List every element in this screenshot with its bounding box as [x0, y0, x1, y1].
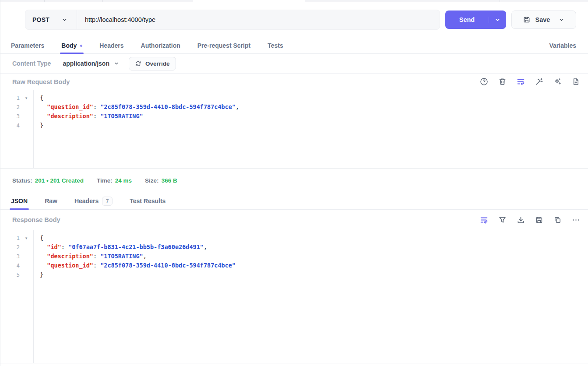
code-line: {: [40, 93, 588, 102]
response-body-title: Response Body: [12, 216, 60, 223]
tab-headers[interactable]: Headers: [98, 38, 125, 53]
tab-strip-left: [0, 0, 193, 2]
tab-strip-active: [193, 0, 305, 2]
chevron-down-icon: [61, 17, 68, 23]
gutter-line: 3: [0, 112, 33, 121]
code-line: "question_id": "2c85f078-359d-4410-8bdc-…: [40, 261, 588, 270]
method-dropdown[interactable]: POST: [25, 10, 77, 29]
response-editor[interactable]: 1▾2345 { "id": "0f67aa7f-b831-4c21-bb5b-…: [0, 230, 588, 363]
tab-strip-right: [305, 0, 588, 2]
line-number: 3: [0, 253, 20, 260]
request-editor[interactable]: 1▾234 { "question_id": "2c85f078-359d-44…: [0, 90, 588, 169]
tab-label: Pre-request Script: [197, 42, 250, 49]
tab-pre-request-script[interactable]: Pre-request Script: [196, 38, 252, 53]
prettify-wand-icon[interactable]: [535, 77, 543, 86]
tab-body[interactable]: Body: [60, 38, 84, 53]
tab-json[interactable]: JSON: [10, 193, 29, 209]
tab-raw[interactable]: Raw: [43, 193, 59, 209]
method-label: POST: [32, 16, 49, 23]
request-body-toolbar: [480, 77, 580, 86]
code-line: "description": "1TO5RATING",: [40, 252, 588, 261]
spacer: [299, 38, 549, 53]
size-label: Size:: [145, 177, 159, 184]
response-editor-code[interactable]: { "id": "0f67aa7f-b831-4c21-bb5b-f3a60e2…: [34, 230, 588, 363]
response-editor-gutter: 1▾2345: [0, 230, 34, 363]
tab-authorization[interactable]: Authorization: [140, 38, 182, 53]
copy-icon[interactable]: [553, 216, 562, 224]
line-number: 3: [0, 113, 20, 120]
gutter-line: 4: [0, 121, 33, 130]
request-body-title: Raw Request Body: [12, 78, 70, 85]
tab-label: Authorization: [141, 42, 180, 49]
wrap-text-icon[interactable]: [480, 216, 488, 224]
content-type-label: Content Type: [12, 60, 51, 67]
filter-icon[interactable]: [498, 216, 507, 224]
line-number: 5: [0, 271, 20, 278]
headers-count-badge: 7: [102, 197, 113, 206]
content-type-value: application/json: [63, 60, 109, 67]
browser-tab-strip: [0, 0, 588, 2]
line-number: 2: [0, 244, 20, 250]
tab-tests[interactable]: Tests: [266, 38, 285, 53]
request-tabs: Parameters Body Headers Authorization Pr…: [0, 38, 588, 54]
ai-sparkles-icon[interactable]: [553, 77, 562, 86]
api-client-window: POST Send Save Parameters Body Headers A…: [0, 0, 588, 366]
floppy-save-icon: [523, 16, 531, 24]
code-line: {: [40, 233, 588, 243]
tab-divider: [500, 0, 500, 2]
line-number: 2: [0, 104, 20, 110]
status-label: Status:: [12, 177, 32, 184]
url-field: POST: [25, 10, 440, 30]
status-value: 201 • 201 Created: [35, 177, 84, 184]
send-options-chevron[interactable]: [489, 17, 506, 23]
variables-link[interactable]: Variables: [549, 42, 577, 49]
more-options-icon[interactable]: [572, 216, 580, 224]
import-file-icon[interactable]: [572, 77, 580, 86]
send-button[interactable]: Send: [445, 11, 506, 29]
tab-label: JSON: [11, 197, 28, 204]
modified-dot: [80, 45, 82, 47]
line-number: 1: [0, 95, 20, 101]
tab-test-results[interactable]: Test Results: [128, 193, 167, 209]
size-group: Size: 366 B: [145, 177, 177, 184]
chevron-down-icon: [494, 17, 501, 23]
override-label: Override: [145, 60, 170, 67]
request-editor-code[interactable]: { "question_id": "2c85f078-359d-4410-8bd…: [34, 90, 588, 168]
tab-label: Headers: [99, 42, 123, 49]
time-group: Time: 24 ms: [97, 177, 132, 184]
gutter-line: 2: [0, 102, 33, 112]
gutter-line: 2: [0, 243, 33, 252]
tab-divider: [44, 0, 45, 2]
tab-parameters[interactable]: Parameters: [10, 38, 46, 53]
tab-label: Tests: [268, 42, 283, 49]
tab-label: Raw: [45, 197, 57, 204]
gutter-line: 1▾: [0, 233, 33, 243]
gutter-line: 1▾: [0, 93, 33, 102]
sync-refresh-icon: [135, 60, 141, 67]
code-line: "description": "1TO5RATING": [40, 112, 588, 121]
override-button[interactable]: Override: [129, 57, 176, 70]
code-line: "id": "0f67aa7f-b831-4c21-bb5b-f3a60e26d…: [40, 243, 588, 252]
time-label: Time:: [97, 177, 113, 184]
help-icon[interactable]: [480, 77, 488, 86]
wrap-text-icon[interactable]: [517, 77, 525, 86]
save-button[interactable]: Save: [511, 11, 576, 29]
tab-response-headers[interactable]: Headers7: [73, 193, 114, 209]
line-number: 4: [0, 122, 20, 129]
chevron-down-icon[interactable]: [558, 17, 565, 23]
url-input[interactable]: [77, 10, 440, 29]
response-body-toolbar: [480, 216, 580, 224]
tab-label: Body: [61, 42, 77, 49]
fold-arrow-icon[interactable]: ▾: [20, 96, 33, 100]
delete-icon[interactable]: [498, 77, 507, 86]
line-number: 4: [0, 262, 20, 269]
tab-label: Headers: [74, 197, 99, 204]
save-response-icon[interactable]: [535, 216, 543, 224]
tab-label: Test Results: [130, 197, 165, 204]
fold-arrow-icon[interactable]: ▾: [20, 236, 33, 240]
download-icon[interactable]: [517, 216, 525, 224]
content-type-select[interactable]: application/json: [63, 60, 120, 67]
request-editor-gutter: 1▾234: [0, 90, 34, 168]
size-value: 366 B: [162, 177, 177, 184]
code-line: "question_id": "2c85f078-359d-4410-8bdc-…: [40, 102, 588, 112]
